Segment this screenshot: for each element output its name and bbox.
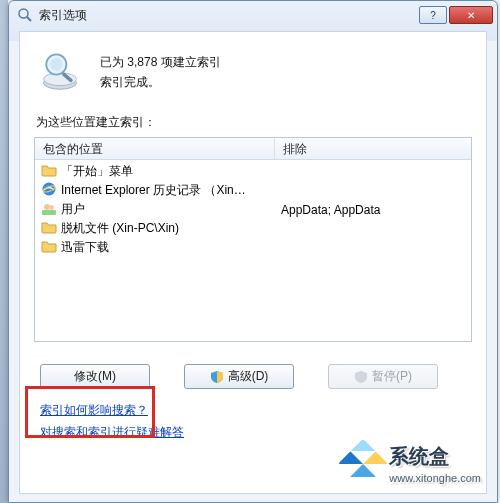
button-row: 修改(M) 高级(D) 暂停(P) <box>34 364 472 389</box>
modify-button[interactable]: 修改(M) <box>40 364 150 389</box>
window-buttons: ? ✕ <box>417 6 493 24</box>
indexed-count: 3,878 <box>127 55 157 69</box>
location-name: 脱机文件 (Xin-PC\Xin) <box>61 220 179 237</box>
help-button[interactable]: ? <box>419 6 447 24</box>
advanced-button[interactable]: 高级(D) <box>184 364 294 389</box>
column-included[interactable]: 包含的位置 <box>35 138 275 159</box>
folder-icon <box>41 162 57 181</box>
cell-excluded: AppData; AppData <box>275 203 471 217</box>
table-row[interactable]: 「开始」菜单 <box>35 162 471 181</box>
locations-label: 为这些位置建立索引： <box>36 114 472 131</box>
client-area: 已为 3,878 项建立索引 索引完成。 为这些位置建立索引： 包含的位置 排除… <box>19 31 487 494</box>
folder-icon <box>41 219 57 238</box>
location-name: 用户 <box>61 201 85 218</box>
cell-included: 脱机文件 (Xin-PC\Xin) <box>35 219 275 238</box>
table-row[interactable]: Internet Explorer 历史记录 （Xin… <box>35 181 471 200</box>
count-prefix: 已为 <box>100 55 127 69</box>
svg-rect-9 <box>42 210 56 215</box>
shield-icon <box>354 370 368 384</box>
location-name: 迅雷下载 <box>61 239 109 256</box>
status-line: 索引完成。 <box>100 72 221 92</box>
index-summary: 已为 3,878 项建立索引 索引完成。 <box>38 48 472 92</box>
column-excluded[interactable]: 排除 <box>275 138 471 159</box>
pause-button: 暂停(P) <box>328 364 438 389</box>
user-icon <box>41 200 57 219</box>
svg-line-1 <box>27 17 31 21</box>
help-links: 索引如何影响搜索？ 对搜索和索引进行疑难解答 <box>34 399 472 443</box>
svg-point-11 <box>49 205 54 210</box>
link-how-indexing-affects-search[interactable]: 索引如何影响搜索？ <box>40 403 148 417</box>
cell-included: 用户 <box>35 200 275 219</box>
window-title: 索引选项 <box>39 7 417 24</box>
svg-point-5 <box>50 58 63 71</box>
location-name: Internet Explorer 历史记录 （Xin… <box>61 182 246 199</box>
table-row[interactable]: 用户AppData; AppData <box>35 200 471 219</box>
count-suffix: 项建立索引 <box>157 55 220 69</box>
listview-header: 包含的位置 排除 <box>35 138 471 160</box>
titlebar[interactable]: 索引选项 ? ✕ <box>9 1 497 29</box>
search-icon <box>17 7 33 23</box>
table-row[interactable]: 脱机文件 (Xin-PC\Xin) <box>35 219 471 238</box>
ie-icon <box>41 181 57 200</box>
cell-included: 迅雷下载 <box>35 238 275 257</box>
link-troubleshoot[interactable]: 对搜索和索引进行疑难解答 <box>40 425 184 439</box>
location-name: 「开始」菜单 <box>61 163 133 180</box>
shield-icon <box>210 370 224 384</box>
locations-listview[interactable]: 包含的位置 排除 「开始」菜单Internet Explorer 历史记录 （X… <box>34 137 472 342</box>
cell-included: 「开始」菜单 <box>35 162 275 181</box>
pause-label: 暂停(P) <box>372 368 412 385</box>
svg-point-10 <box>44 204 50 210</box>
svg-point-0 <box>19 9 28 18</box>
background-edge <box>0 0 8 503</box>
indexing-options-window: 索引选项 ? ✕ 已为 3,878 项建立索引 索引完成。 为这些位置建立索引： <box>8 0 498 503</box>
table-row[interactable]: 迅雷下载 <box>35 238 471 257</box>
advanced-label: 高级(D) <box>228 368 269 385</box>
summary-text: 已为 3,878 项建立索引 索引完成。 <box>100 48 221 92</box>
cell-included: Internet Explorer 历史记录 （Xin… <box>35 181 275 200</box>
indexed-count-line: 已为 3,878 项建立索引 <box>100 52 221 72</box>
listview-body: 「开始」菜单Internet Explorer 历史记录 （Xin…用户AppD… <box>35 160 471 259</box>
magnifier-drive-icon <box>38 48 82 92</box>
close-button[interactable]: ✕ <box>449 6 493 24</box>
folder-icon <box>41 238 57 257</box>
